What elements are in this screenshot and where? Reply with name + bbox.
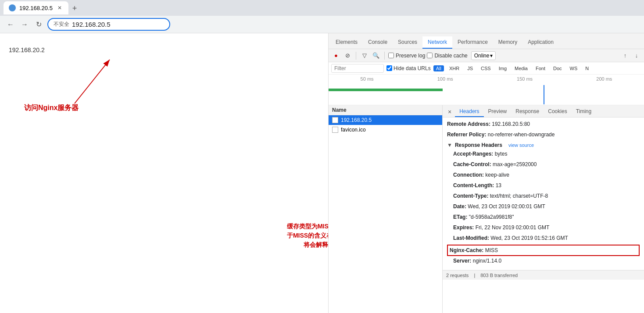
hide-data-urls-label[interactable]: Hide data URLs	[386, 65, 431, 71]
svg-line-1	[75, 60, 110, 103]
tab-bar: 192.168.20.5 ✕ +	[4, 1, 640, 14]
preserve-log-label[interactable]: Preserve log	[388, 53, 425, 59]
tab-title: 192.168.20.5	[19, 5, 53, 11]
detail-tab-timing[interactable]: Timing	[572, 107, 596, 117]
network-row-1[interactable]: 192.168.20.5	[329, 115, 442, 125]
header-row-10: Server: nginx/1.14.0	[447, 257, 640, 265]
tab-memory[interactable]: Memory	[493, 36, 522, 49]
header-row-3: Content-Length: 13	[447, 181, 640, 189]
timeline-labels: 50 ms 100 ms 150 ms 200 ms	[329, 75, 644, 82]
filter-type-ws[interactable]: WS	[567, 65, 580, 71]
status-transferred: 803 B transferred	[480, 273, 518, 278]
detail-tab-headers[interactable]: Headers	[455, 107, 483, 117]
filter-type-xhr[interactable]: XHR	[447, 65, 462, 71]
filter-type-img[interactable]: Img	[496, 65, 509, 71]
url-box[interactable]: 不安全 192.168.20.5	[47, 18, 170, 31]
new-tab-button[interactable]: +	[68, 2, 81, 14]
import-button[interactable]: ↑	[620, 51, 630, 60]
tab-favicon-icon	[9, 4, 16, 11]
header-row-6: ETag: "d-5958a2a9981f8"	[447, 213, 640, 221]
tab-close-button[interactable]: ✕	[56, 4, 63, 11]
import-export-buttons: ↑ ↓	[620, 51, 641, 60]
header-row-2: Connection: keep-alive	[447, 171, 640, 179]
timeline-blue-line	[544, 85, 544, 104]
detail-tab-response[interactable]: Response	[511, 107, 544, 117]
reload-button[interactable]: ↻	[33, 19, 44, 30]
filter-type-css[interactable]: CSS	[478, 65, 494, 71]
tab-elements[interactable]: Elements	[330, 36, 363, 49]
devtools-panel: Elements Console Sources Network Perform…	[328, 33, 644, 313]
detail-close-button[interactable]: ×	[444, 107, 455, 117]
file-icon-1	[332, 117, 338, 123]
main-area: 192.168.20.2 访问Nginx服务器 缓存类型为MISS，关于MISS…	[0, 33, 644, 313]
header-row-0: Accept-Ranges: bytes	[447, 150, 640, 158]
filter-type-js[interactable]: JS	[465, 65, 476, 71]
hide-data-urls-checkbox[interactable]	[386, 65, 392, 71]
url-address: 192.168.20.5	[72, 21, 111, 28]
filter-button[interactable]: ▽	[360, 51, 369, 60]
devtools-tabs: Elements Console Sources Network Perform…	[329, 33, 644, 49]
status-requests: 2 requests	[446, 273, 469, 278]
filter-type-font[interactable]: Font	[533, 65, 548, 71]
filter-type-all[interactable]: All	[433, 65, 444, 71]
active-tab[interactable]: 192.168.20.5 ✕	[4, 1, 68, 14]
network-list: Name 192.168.20.5 favicon.ico	[329, 105, 443, 313]
filter-type-n[interactable]: N	[583, 65, 591, 71]
network-row-2[interactable]: favicon.ico	[329, 125, 442, 135]
devtools-toolbar: ● ⊘ ▽ 🔍 Preserve log Disable cache Onlin…	[329, 49, 644, 62]
disable-cache-label[interactable]: Disable cache	[427, 53, 467, 59]
tab-console[interactable]: Console	[363, 36, 393, 49]
detail-tabs: × Headers Preview Response Cookies Timin…	[443, 105, 644, 117]
disable-cache-checkbox[interactable]	[427, 53, 433, 58]
preserve-log-checkbox[interactable]	[388, 53, 394, 58]
dropdown-chevron-icon: ▾	[490, 53, 493, 59]
network-table-container: Name 192.168.20.5 favicon.ico × Headers …	[329, 105, 644, 313]
toolbar-sep1	[356, 52, 356, 60]
detail-tab-preview[interactable]: Preview	[484, 107, 512, 117]
browser-titlebar: 192.168.20.5 ✕ +	[0, 0, 644, 16]
tab-sources[interactable]: Sources	[393, 36, 422, 49]
header-row-8: Last-Modified: Wed, 23 Oct 2019 01:52:16…	[447, 234, 640, 242]
header-row-9: Nginx-Cache: MISS	[447, 245, 640, 256]
detail-content: Remote Address: 192.168.20.5:80 Referrer…	[443, 117, 644, 270]
export-button[interactable]: ↓	[632, 51, 641, 60]
header-row-5: Date: Wed, 23 Oct 2019 02:00:01 GMT	[447, 203, 640, 210]
tab-performance[interactable]: Performance	[452, 36, 493, 49]
timeline-label-100: 100 ms	[437, 76, 453, 82]
annotation-nginx: 访问Nginx服务器	[24, 103, 79, 113]
back-button[interactable]: ←	[5, 19, 16, 30]
filter-type-doc[interactable]: Doc	[551, 65, 565, 71]
timeline-row: 50 ms 100 ms 150 ms 200 ms	[329, 75, 644, 105]
response-headers-section[interactable]: ▼ Response Headers view source	[447, 142, 640, 148]
remote-address-row: Remote Address: 192.168.20.5:80	[447, 120, 640, 128]
tab-network[interactable]: Network	[422, 36, 452, 49]
detail-tab-cookies[interactable]: Cookies	[544, 107, 571, 117]
url-insecure-label: 不安全	[54, 21, 69, 28]
timeline-green-bar	[329, 89, 443, 91]
filter-input[interactable]	[331, 64, 384, 73]
request-detail: × Headers Preview Response Cookies Timin…	[443, 105, 644, 313]
toolbar-sep2	[384, 52, 385, 60]
file-icon-2	[332, 127, 338, 133]
filter-row: Hide data URLs All XHR JS CSS Img Media …	[329, 62, 644, 75]
address-bar: ← → ↻ 不安全 192.168.20.5	[0, 16, 644, 33]
search-button[interactable]: 🔍	[371, 51, 381, 60]
online-dropdown[interactable]: Online ▾	[471, 51, 496, 60]
timeline-label-200: 200 ms	[596, 76, 612, 82]
header-row-7: Expires: Fri, 22 Nov 2019 02:00:01 GMT	[447, 224, 640, 231]
tab-application[interactable]: Application	[522, 36, 559, 49]
forward-button[interactable]: →	[19, 19, 30, 30]
filter-type-media[interactable]: Media	[512, 65, 530, 71]
stop-button[interactable]: ⊘	[343, 51, 352, 60]
response-headers-list: Accept-Ranges: bytesCache-Control: max-a…	[447, 150, 640, 265]
timeline-bar-area	[329, 85, 644, 98]
status-bar: 2 requests | 803 B transferred	[443, 270, 644, 280]
header-row-4: Content-Type: text/html; charset=UTF-8	[447, 192, 640, 200]
annotations-svg	[0, 33, 328, 313]
annotation-miss: 缓存类型为MISS，关于MISS的含义在下面将会解释	[276, 222, 328, 249]
header-row-1: Cache-Control: max-age=2592000	[447, 160, 640, 168]
record-button[interactable]: ●	[331, 51, 341, 60]
section-triangle-icon: ▼	[447, 142, 452, 148]
view-source-link[interactable]: view source	[508, 142, 534, 148]
status-separator: |	[474, 273, 475, 278]
